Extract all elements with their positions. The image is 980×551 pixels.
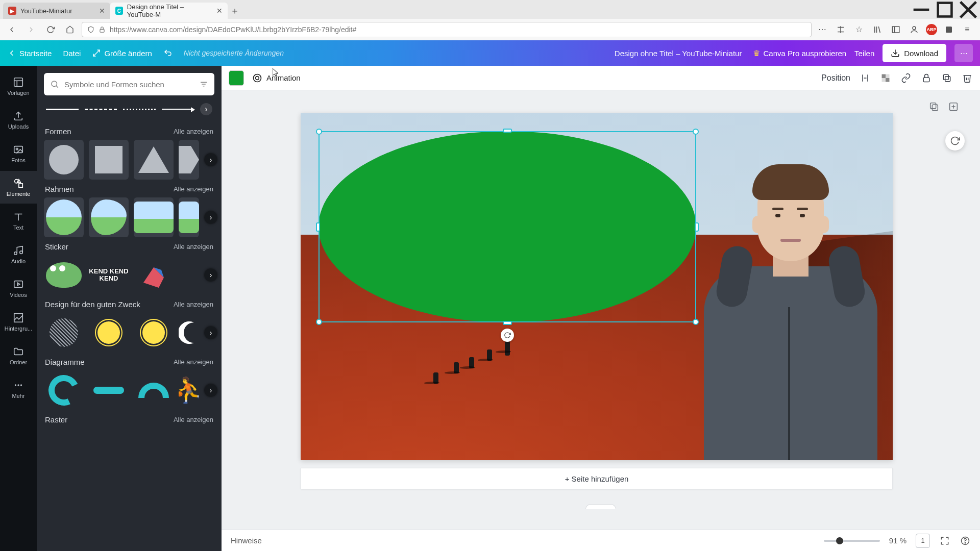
line-dashed[interactable] xyxy=(85,109,117,110)
reader-icon[interactable] xyxy=(834,23,847,36)
nav-back[interactable] xyxy=(4,22,19,37)
page-indicator[interactable]: 1 xyxy=(916,534,930,548)
rail-templates[interactable]: Vorlagen xyxy=(0,70,37,103)
scroll-next-icon[interactable]: › xyxy=(204,153,217,166)
bottom-notch[interactable] xyxy=(585,504,616,509)
line-solid[interactable] xyxy=(46,109,79,110)
resize-handle[interactable] xyxy=(503,129,512,133)
search-input-wrapper[interactable] xyxy=(44,73,214,95)
rail-folders[interactable]: Ordner xyxy=(0,339,37,372)
zoom-slider[interactable] xyxy=(824,540,880,542)
chart-bar[interactable] xyxy=(89,370,129,410)
try-pro-button[interactable]: ♛ Canva Pro ausprobieren xyxy=(753,48,846,58)
filter-icon[interactable] xyxy=(199,80,208,89)
shape-triangle[interactable] xyxy=(134,140,174,180)
person-photo[interactable] xyxy=(683,164,893,460)
shape-circle[interactable] xyxy=(44,140,84,180)
scroll-next-icon[interactable]: › xyxy=(204,211,217,224)
nav-home[interactable] xyxy=(62,22,78,37)
sticker-pinata[interactable] xyxy=(134,255,174,295)
link-icon[interactable] xyxy=(900,72,912,84)
sticker-partial[interactable] xyxy=(179,255,199,295)
rail-videos[interactable]: Videos xyxy=(0,272,37,305)
close-icon[interactable]: ✕ xyxy=(99,7,105,15)
rail-elements[interactable]: Elemente xyxy=(0,171,37,204)
trash-icon[interactable] xyxy=(962,72,973,84)
resize-handle[interactable] xyxy=(693,129,699,135)
search-input[interactable] xyxy=(64,80,194,89)
notes-button[interactable]: Hinweise xyxy=(231,536,262,545)
url-bar[interactable]: https://www.canva.com/design/DAEdoCPwKlU… xyxy=(82,22,812,37)
window-minimize[interactable] xyxy=(910,0,933,19)
frame-rect[interactable] xyxy=(134,197,174,237)
canvas-viewport[interactable]: + Seite hinzufügen xyxy=(222,90,980,530)
account-icon[interactable] xyxy=(908,23,921,36)
add-page-button[interactable]: + Seite hinzufügen xyxy=(301,468,893,489)
see-all-link[interactable]: Alle anzeigen xyxy=(174,358,213,366)
sticker-text[interactable]: KEND KEND KEND xyxy=(89,255,129,295)
shape-square[interactable] xyxy=(89,140,129,180)
rail-more[interactable]: Mehr xyxy=(0,373,37,406)
rail-uploads[interactable]: Uploads xyxy=(0,104,37,136)
rail-text[interactable]: Text xyxy=(0,205,37,237)
rail-photos[interactable]: Fotos xyxy=(0,137,37,170)
see-all-link[interactable]: Alle anzeigen xyxy=(174,243,213,251)
line-arrow[interactable] xyxy=(162,109,194,110)
browser-tab[interactable]: C Design ohne Titel – YouTube-M ✕ xyxy=(110,3,228,19)
rotate-handle[interactable] xyxy=(501,329,514,342)
adblock-icon[interactable]: ABP xyxy=(926,24,937,35)
fill-color-swatch[interactable] xyxy=(229,70,244,86)
page-actions-icon[interactable]: ⋯ xyxy=(816,23,829,36)
browser-tab[interactable]: ▶ YouTube-Miniatur ✕ xyxy=(3,3,110,19)
cause-sun2[interactable] xyxy=(134,313,174,353)
undo-button[interactable] xyxy=(163,48,173,58)
duplicate-icon[interactable] xyxy=(941,72,952,84)
new-tab-button[interactable]: ＋ xyxy=(228,3,242,19)
scroll-next-icon[interactable]: › xyxy=(200,103,212,115)
resize-handle[interactable] xyxy=(316,319,322,325)
rail-audio[interactable]: Audio xyxy=(0,238,37,271)
chart-donut[interactable] xyxy=(44,370,84,410)
see-all-link[interactable]: Alle anzeigen xyxy=(174,300,213,308)
resize-handle[interactable] xyxy=(316,222,320,232)
more-menu[interactable]: ⋯ xyxy=(954,44,973,62)
scroll-next-icon[interactable]: › xyxy=(204,268,217,282)
spacing-icon[interactable] xyxy=(860,72,871,84)
file-menu[interactable]: Datei xyxy=(63,49,81,58)
chart-pictogram[interactable]: ⛹ xyxy=(179,370,199,410)
nav-home-app[interactable]: Startseite xyxy=(7,48,52,58)
see-all-link[interactable]: Alle anzeigen xyxy=(174,416,213,423)
share-button[interactable]: Teilen xyxy=(854,49,874,58)
window-close[interactable] xyxy=(957,0,980,19)
library-icon[interactable] xyxy=(871,23,884,36)
resize-handle[interactable] xyxy=(316,129,322,135)
resize-handle[interactable] xyxy=(503,321,512,325)
sidebar-icon[interactable] xyxy=(889,23,902,36)
fullscreen-icon[interactable] xyxy=(939,535,950,546)
see-all-link[interactable]: Alle anzeigen xyxy=(174,128,213,135)
transparency-icon[interactable] xyxy=(880,72,891,84)
cause-moon[interactable] xyxy=(179,313,199,353)
frame-partial[interactable] xyxy=(179,197,199,237)
add-page-icon[interactable] xyxy=(947,101,960,113)
chart-gauge[interactable] xyxy=(134,370,174,410)
nav-reload[interactable] xyxy=(43,22,58,37)
help-icon[interactable] xyxy=(960,535,971,546)
reset-icon[interactable] xyxy=(945,131,965,151)
scroll-next-icon[interactable]: › xyxy=(204,326,217,339)
duplicate-page-icon[interactable] xyxy=(928,101,940,113)
line-dotted[interactable] xyxy=(123,109,156,110)
bookmark-icon[interactable]: ☆ xyxy=(852,23,866,36)
zoom-percent[interactable]: 91 % xyxy=(889,536,906,545)
close-icon[interactable]: ✕ xyxy=(216,7,223,15)
frame-circle[interactable] xyxy=(44,197,84,237)
cause-doodle[interactable] xyxy=(44,313,84,353)
document-title[interactable]: Design ohne Titel – YouTube-Miniatur xyxy=(615,49,742,58)
lock-icon[interactable] xyxy=(921,72,932,84)
frame-blob[interactable] xyxy=(89,197,129,237)
rail-background[interactable]: Hintergru... xyxy=(0,306,37,338)
sticker-turtle[interactable] xyxy=(44,255,84,295)
menu-icon[interactable]: ≡ xyxy=(961,23,974,36)
design-page[interactable] xyxy=(301,113,893,460)
resize-menu[interactable]: Größe ändern xyxy=(92,48,152,58)
